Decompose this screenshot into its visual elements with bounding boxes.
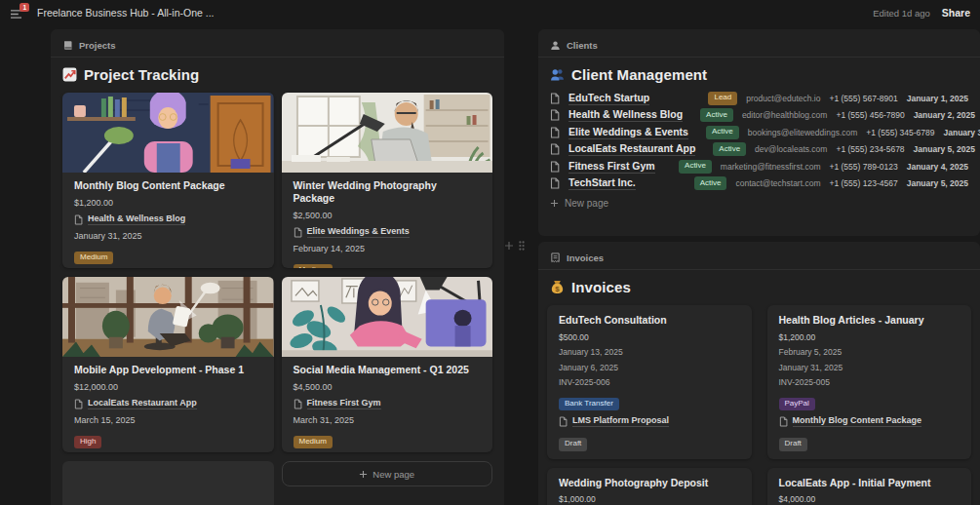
client-status-badge: Active [700, 108, 733, 122]
client-row[interactable]: EduTech Startup Lead product@edutech.io … [550, 90, 968, 107]
page-icon [74, 399, 83, 409]
invoice-project-link[interactable]: Monthly Blog Content Package [779, 415, 960, 427]
plus-icon [359, 470, 368, 479]
client-phone: +1 (555) 123-4567 [829, 178, 897, 188]
page-icon [559, 416, 568, 427]
client-date: January 1, 2025 [907, 94, 968, 103]
project-card[interactable]: Winter Wedding Photography Package $2,50… [282, 93, 493, 268]
project-card[interactable]: Social Media Management - Q1 2025 $4,500… [282, 277, 493, 452]
client-date: January 4, 2025 [907, 162, 968, 172]
page-icon [779, 416, 788, 427]
book-icon [62, 40, 73, 51]
invoice-title: EduTech Consultation [559, 313, 740, 327]
client-row[interactable]: Elite Weddings & Events Active bookings@… [550, 124, 968, 141]
payment-method-badge: Bank Transfer [559, 398, 619, 411]
invoice-card[interactable]: Wedding Photography Deposit $1,000.00 Ja… [547, 468, 752, 505]
divider [51, 57, 504, 58]
project-amount: $12,000.00 [74, 382, 262, 392]
tab-clients[interactable]: Clients [538, 29, 980, 51]
page-title[interactable]: Freelance Business Hub - All-in-One ... [37, 7, 215, 19]
plus-icon [550, 199, 559, 208]
drag-handle-icon[interactable] [518, 240, 526, 252]
invoice-title: Wedding Photography Deposit [559, 476, 740, 489]
tab-invoices[interactable]: Invoices [538, 242, 980, 263]
project-date: January 31, 2025 [74, 231, 262, 241]
project-date: March 15, 2025 [74, 415, 262, 425]
client-phone: +1 (555) 456-7890 [836, 110, 904, 120]
client-email: product@edutech.io [746, 94, 820, 103]
share-button[interactable]: Share [942, 7, 970, 19]
project-card-image [282, 93, 493, 173]
invoice-card[interactable]: LocalEats App - Initial Payment $4,000.0… [767, 468, 972, 505]
block-handle[interactable] [504, 240, 526, 252]
invoice-status-badge: Draft [559, 438, 587, 451]
project-amount: $2,500.00 [294, 211, 482, 220]
money-bag-icon [550, 280, 565, 294]
clients-panel: Clients Client Management EduTech Startu… [538, 29, 980, 236]
project-title: Social Media Management - Q1 2025 [294, 364, 482, 376]
page-icon [294, 227, 302, 238]
client-list: EduTech Startup Lead product@edutech.io … [538, 90, 980, 192]
new-client-button[interactable]: New page [538, 198, 980, 209]
project-amount: $1,200.00 [74, 198, 262, 208]
project-client-link[interactable]: Fitness First Gym [294, 398, 482, 409]
client-email: contact@techstart.com [735, 178, 820, 188]
project-card[interactable]: Monthly Blog Content Package $1,200.00 H… [62, 93, 274, 268]
priority-badge: Medium [294, 264, 333, 269]
clients-heading: Client Management [538, 63, 980, 85]
invoice-amount: $1,200.00 [779, 332, 960, 342]
client-date: January 5, 2025 [914, 144, 975, 154]
page-icon [550, 177, 560, 189]
priority-badge: High [74, 436, 101, 449]
client-date: January 3, 2025 [944, 128, 980, 137]
person-icon [550, 40, 561, 51]
page-icon [550, 127, 560, 138]
client-row[interactable]: Health & Wellness Blog Active editor@hea… [550, 107, 968, 125]
divider [538, 57, 980, 58]
client-row[interactable]: Fitness First Gym Active marketing@fitne… [550, 158, 968, 175]
invoice-project-link[interactable]: LMS Platform Proposal [559, 415, 740, 427]
notification-badge: 1 [20, 3, 29, 12]
invoice-amount: $4,000.00 [779, 494, 960, 504]
add-block-icon[interactable] [504, 241, 514, 251]
invoice-number: INV-2025-006 [559, 377, 740, 387]
tab-projects[interactable]: Projects [51, 29, 504, 51]
client-row[interactable]: TechStart Inc. Active contact@techstart.… [550, 175, 968, 193]
project-client-link[interactable]: Health & Wellness Blog [74, 214, 262, 225]
invoices-heading: Invoices [538, 276, 980, 297]
page-icon [74, 214, 83, 225]
project-date: February 14, 2025 [294, 244, 482, 253]
receipt-icon [550, 252, 561, 263]
client-status-badge: Active [679, 160, 712, 174]
invoice-card[interactable]: EduTech Consultation $500.00 January 13,… [547, 305, 752, 459]
client-row[interactable]: LocalEats Restaurant App Active dev@loca… [550, 141, 968, 159]
client-email: bookings@eliteweddings.com [748, 128, 858, 137]
client-email: dev@localeats.com [755, 144, 827, 154]
divider [538, 269, 980, 270]
page-icon [294, 399, 302, 409]
invoice-amount: $500.00 [559, 332, 740, 342]
client-phone: +1 (555) 234-5678 [836, 144, 904, 154]
project-card-partial[interactable] [62, 461, 274, 505]
project-card-image [282, 277, 493, 357]
client-status-badge: Lead [708, 92, 737, 105]
project-card[interactable]: Mobile App Development - Phase 1 $12,000… [62, 277, 274, 452]
page-icon [550, 109, 560, 121]
priority-badge: Medium [294, 436, 333, 449]
project-client-link[interactable]: LocalEats Restaurant App [74, 398, 262, 409]
project-gallery: Monthly Blog Content Package $1,200.00 H… [51, 93, 504, 505]
client-phone: +1 (555) 567-8901 [829, 94, 897, 103]
client-date: January 2, 2025 [914, 110, 975, 120]
client-phone: +1 (555) 789-0123 [829, 162, 897, 172]
sidebar-toggle-button[interactable]: 1 [10, 6, 25, 19]
invoice-status-badge: Draft [779, 438, 807, 451]
project-card-image [62, 93, 274, 173]
client-status-badge: Active [706, 126, 739, 139]
invoice-card[interactable]: Health Blog Articles - January $1,200.00… [767, 305, 972, 459]
project-client-link[interactable]: Elite Weddings & Events [294, 226, 482, 238]
page-icon [550, 143, 560, 155]
invoice-due-date: January 13, 2025 [559, 347, 740, 357]
new-project-button[interactable]: New page [282, 461, 493, 486]
invoice-due-date: February 5, 2025 [779, 347, 960, 357]
invoice-issue-date: January 31, 2025 [779, 363, 960, 372]
